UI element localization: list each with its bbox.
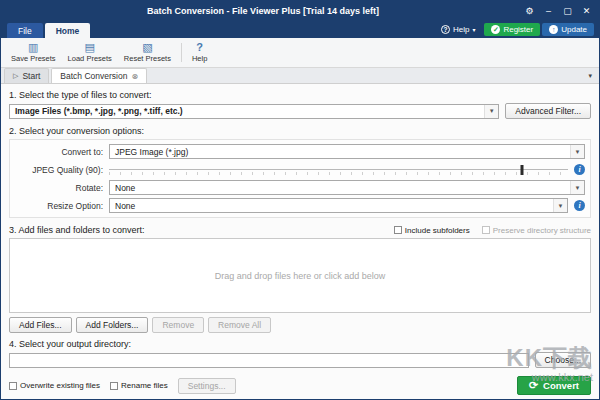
dropzone-text: Drag and drop files here or click add be… <box>215 271 386 281</box>
checkbox-icon <box>9 382 17 390</box>
convert-to-row: Convert to: JPEG Image (*.jpg) ▼ <box>15 144 585 159</box>
batch-conversion-panel: 1. Select the type of files to convert: … <box>1 84 599 399</box>
update-button[interactable]: ↑ Update <box>542 23 594 36</box>
include-subfolders-label: Include subfolders <box>405 226 470 235</box>
file-type-dropdown[interactable]: Image Files (*.bmp, *.jpg, *.png, *.tiff… <box>9 104 499 119</box>
minimize-button[interactable]: – <box>540 4 557 19</box>
window-controls: ⚙ – ▢ ✕ <box>521 4 595 19</box>
choose-button[interactable]: Choose... <box>535 352 591 368</box>
close-tab-icon[interactable]: ⊗ <box>131 72 138 81</box>
tab-start-label: Start <box>22 71 40 81</box>
reset-presets-label: Reset Presets <box>124 54 171 63</box>
maximize-button[interactable]: ▢ <box>559 4 576 19</box>
load-presets-label: Load Presets <box>68 54 112 63</box>
slider-track <box>109 169 568 170</box>
up-arrow-icon: ↑ <box>549 25 558 34</box>
section2-title: 2. Select your conversion options: <box>9 126 591 136</box>
settings-button[interactable]: Settings... <box>178 378 236 394</box>
reset-presets-icon: ▧ <box>142 42 152 53</box>
ribbon-help-button[interactable]: ? Help <box>186 39 213 66</box>
chevron-down-icon: ▼ <box>570 181 584 194</box>
resize-label: Resize Option: <box>15 201 103 211</box>
section3-header: 3. Add files and folders to convert: Inc… <box>9 225 591 235</box>
tab-batch-conversion[interactable]: Batch Conversion ⊗ <box>51 68 147 83</box>
titlebar: Batch Conversion - File Viewer Plus [Tri… <box>1 1 599 21</box>
window-title: Batch Conversion - File Viewer Plus [Tri… <box>5 6 521 16</box>
check-icon: ✓ <box>491 25 500 34</box>
jpeg-quality-slider[interactable] <box>109 164 568 176</box>
file-buttons-row: Add Files... Add Folders... Remove Remov… <box>9 317 591 333</box>
conversion-options-panel: Convert to: JPEG Image (*.jpg) ▼ JPEG Qu… <box>9 139 591 218</box>
settings-gear-icon[interactable]: ⚙ <box>521 4 538 19</box>
help-circle-icon: ? <box>441 25 450 34</box>
add-files-button[interactable]: Add Files... <box>9 317 72 333</box>
resize-row: Resize Option: None ▼ i <box>15 198 585 213</box>
slider-ticks <box>109 172 568 175</box>
remove-button[interactable]: Remove <box>152 317 204 333</box>
help-label: Help <box>453 25 469 34</box>
footer-bar: Overwrite existing files Rename files Se… <box>9 376 591 395</box>
ribbon-help-label: Help <box>192 54 207 63</box>
convert-sync-icon: ⟳ <box>529 380 538 391</box>
app-window: Batch Conversion - File Viewer Plus [Tri… <box>0 0 600 400</box>
tab-list-chevron-icon[interactable]: ▾ <box>588 73 592 79</box>
tab-file[interactable]: File <box>7 23 43 38</box>
rotate-row: Rotate: None ▼ <box>15 180 585 195</box>
rename-files-label: Rename files <box>121 381 168 390</box>
preserve-structure-label: Preserve directory structure <box>493 226 591 235</box>
save-presets-button[interactable]: ▥ Save Presets <box>5 39 62 66</box>
checkbox-icon <box>394 226 402 234</box>
document-tabs: ▷ Start Batch Conversion ⊗ ▾ <box>1 68 599 84</box>
overwrite-label: Overwrite existing files <box>20 381 100 390</box>
convert-to-dropdown[interactable]: JPEG Image (*.jpg) ▼ <box>109 144 585 159</box>
rotate-label: Rotate: <box>15 183 103 193</box>
include-subfolders-checkbox[interactable]: Include subfolders <box>394 226 470 235</box>
convert-button[interactable]: ⟳ Convert <box>517 376 591 395</box>
tab-home[interactable]: Home <box>45 23 91 38</box>
checkbox-icon <box>110 382 118 390</box>
chevron-down-icon: ▼ <box>484 105 498 118</box>
help-icon: ? <box>196 42 203 53</box>
tab-batch-label: Batch Conversion <box>60 71 127 81</box>
tab-start[interactable]: ▷ Start <box>4 68 49 83</box>
resize-info-icon[interactable]: i <box>574 200 585 211</box>
advanced-filter-button[interactable]: Advanced Filter... <box>505 103 591 119</box>
preserve-structure-checkbox[interactable]: Preserve directory structure <box>482 226 591 235</box>
register-button[interactable]: ✓ Register <box>484 23 540 36</box>
section4-title: 4. Select your output directory: <box>9 339 591 349</box>
close-button[interactable]: ✕ <box>578 4 595 19</box>
chevron-down-icon: ▼ <box>570 145 584 158</box>
register-label: Register <box>503 25 533 34</box>
remove-all-button[interactable]: Remove All <box>208 317 271 333</box>
menubar: File Home ? Help ▾ ✓ Register ↑ Update <box>1 21 599 38</box>
chevron-down-icon: ▼ <box>553 199 567 212</box>
help-button[interactable]: ? Help ▾ <box>434 23 482 36</box>
output-directory-row: Choose... <box>9 352 591 368</box>
load-presets-icon: ▤ <box>85 42 95 53</box>
quality-info-icon[interactable]: i <box>574 164 585 175</box>
save-presets-icon: ▥ <box>28 42 38 53</box>
file-type-value: Image Files (*.bmp, *.jpg, *.png, *.tiff… <box>15 106 183 116</box>
section3-title: 3. Add files and folders to convert: <box>9 225 145 235</box>
rotate-value: None <box>115 183 135 193</box>
output-directory-input[interactable] <box>9 353 529 368</box>
load-presets-button[interactable]: ▤ Load Presets <box>62 39 118 66</box>
resize-dropdown[interactable]: None ▼ <box>109 198 568 213</box>
ribbon: ▥ Save Presets ▤ Load Presets ▧ Reset Pr… <box>1 38 599 68</box>
chevron-down-icon: ▾ <box>472 27 475 33</box>
jpeg-quality-label: JPEG Quality (90): <box>15 165 103 175</box>
add-folders-button[interactable]: Add Folders... <box>76 317 149 333</box>
file-type-row: Image Files (*.bmp, *.jpg, *.png, *.tiff… <box>9 103 591 119</box>
rotate-dropdown[interactable]: None ▼ <box>109 180 585 195</box>
overwrite-checkbox[interactable]: Overwrite existing files <box>9 381 100 390</box>
checkbox-icon <box>482 226 490 234</box>
reset-presets-button[interactable]: ▧ Reset Presets <box>118 39 177 66</box>
convert-to-value: JPEG Image (*.jpg) <box>115 147 188 157</box>
convert-to-label: Convert to: <box>15 147 103 157</box>
rename-files-checkbox[interactable]: Rename files <box>110 381 168 390</box>
jpeg-quality-row: JPEG Quality (90): i <box>15 162 585 177</box>
save-presets-label: Save Presets <box>11 54 56 63</box>
file-dropzone[interactable]: Drag and drop files here or click add be… <box>9 238 591 313</box>
jpeg-quality-slider-thumb[interactable] <box>521 165 524 175</box>
convert-label: Convert <box>543 380 579 391</box>
